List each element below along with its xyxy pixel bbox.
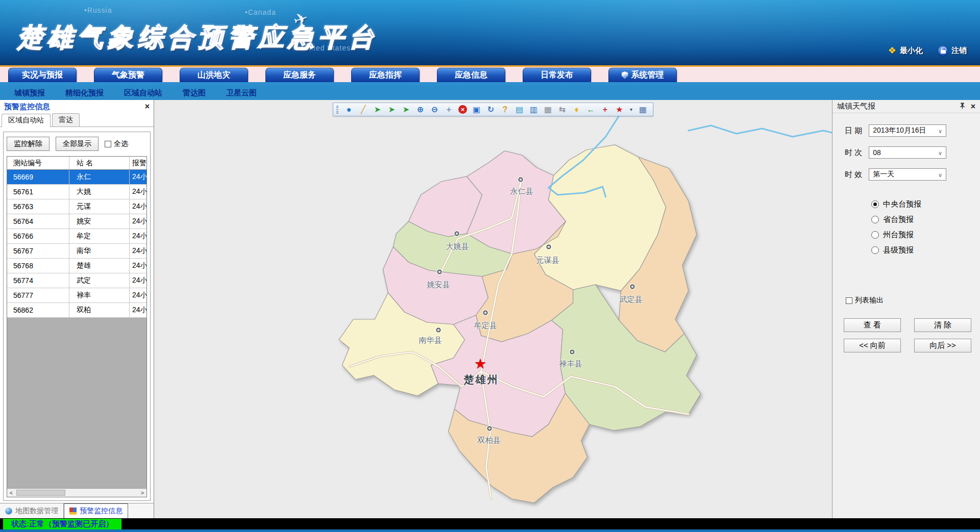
river bbox=[689, 125, 832, 137]
horizontal-scrollbar[interactable]: < > bbox=[7, 488, 146, 497]
station-marker[interactable] bbox=[570, 350, 575, 354]
永仁[interactable]: 56669 永仁 24小时 bbox=[7, 170, 146, 185]
南华[interactable]: 56767 南华 24小时 bbox=[7, 244, 146, 259]
station-marker[interactable] bbox=[487, 426, 492, 431]
radio-option[interactable]: 县级预报 bbox=[871, 245, 973, 255]
county-label: 禄丰县 bbox=[559, 359, 582, 369]
nav-tab-label: 日常发布 bbox=[541, 70, 573, 81]
zoom-out-icon[interactable]: ⊖ bbox=[430, 105, 439, 114]
show-all-button[interactable]: 全部显示 bbox=[56, 137, 99, 151]
previous-button[interactable]: << 向前 bbox=[844, 339, 901, 352]
subnav-item[interactable]: 卫星云图 bbox=[226, 88, 257, 98]
list-output-checkbox[interactable]: 列表输出 bbox=[846, 296, 973, 305]
subnav-item[interactable]: 城镇预报 bbox=[14, 88, 45, 98]
measure-icon[interactable]: ╱ bbox=[358, 105, 368, 114]
radio-option[interactable]: 省台预报 bbox=[871, 215, 973, 224]
nav-tab[interactable]: 应急指挥 bbox=[351, 68, 420, 82]
globe-icon[interactable]: ● bbox=[344, 105, 354, 114]
next-button[interactable]: 向后 >> bbox=[914, 339, 971, 352]
station-marker[interactable] bbox=[455, 232, 459, 236]
select-poly-icon[interactable]: ➤ bbox=[401, 105, 411, 114]
dropdown-select[interactable]: 2013年10月16日 bbox=[869, 124, 946, 137]
双柏[interactable]: 56862 双柏 24小时 bbox=[7, 303, 146, 318]
refresh-icon[interactable]: ↻ bbox=[486, 105, 496, 114]
select-all-checkbox[interactable]: 全选 bbox=[105, 139, 128, 148]
add-layer-icon[interactable]: + bbox=[600, 105, 610, 114]
station-marker[interactable] bbox=[436, 328, 441, 333]
unmonitor-button[interactable]: 监控解除 bbox=[7, 137, 50, 151]
table-header: 测站编号 站 名 报警 bbox=[7, 157, 146, 170]
app-title: 楚雄气象综合预警应急平台 bbox=[17, 20, 379, 55]
nav-tab[interactable]: 应急服务 bbox=[265, 68, 334, 82]
select-arrow-icon[interactable]: ➤ bbox=[387, 105, 397, 114]
map-view-icon[interactable]: ▥ bbox=[529, 105, 538, 114]
station-id-cell: 56763 bbox=[7, 199, 69, 214]
radio-icon bbox=[871, 246, 879, 254]
radio-option[interactable]: 州台预报 bbox=[871, 230, 973, 240]
station-marker[interactable] bbox=[547, 245, 551, 249]
dropdown-caret-icon[interactable]: ▾ bbox=[629, 105, 633, 114]
close-icon[interactable] bbox=[145, 103, 150, 111]
clear-button[interactable]: 清 除 bbox=[914, 318, 971, 332]
map-canvas[interactable]: 永仁县大姚县元谋县姚安县武定县牟定县南华县禄丰县楚雄州双柏县 ★ ●╱➤➤➤⊕⊖… bbox=[154, 100, 832, 518]
radio-label: 县级预报 bbox=[883, 245, 914, 255]
station-name-cell: 楚雄 bbox=[69, 259, 130, 273]
station-marker[interactable] bbox=[519, 178, 523, 182]
view-button[interactable]: 查 看 bbox=[844, 318, 901, 332]
pan-icon[interactable]: + bbox=[444, 105, 454, 114]
select-area-icon[interactable]: ➤ bbox=[373, 105, 382, 114]
dropdown-select[interactable]: 第一天 bbox=[869, 168, 946, 181]
nav-tab[interactable]: 实况与预报 bbox=[8, 68, 77, 82]
checkbox-icon bbox=[846, 297, 852, 304]
station-marker[interactable] bbox=[437, 270, 442, 274]
scrollbar-track[interactable] bbox=[15, 489, 138, 497]
zoom-in-icon[interactable]: ⊕ bbox=[415, 105, 425, 114]
toolbar-grip[interactable] bbox=[336, 106, 338, 114]
radio-option[interactable]: 中央台预报 bbox=[871, 199, 973, 209]
subnav-item[interactable]: 雷达图 bbox=[183, 88, 206, 98]
元谋[interactable]: 56763 元谋 24小时 bbox=[7, 199, 146, 214]
姚安[interactable]: 56764 姚安 24小时 bbox=[7, 214, 146, 229]
marker-icon[interactable]: ♦ bbox=[572, 105, 581, 114]
close-icon[interactable] bbox=[971, 103, 975, 111]
minimize-button[interactable]: 最小化 bbox=[888, 45, 923, 56]
nav-tab[interactable]: 气象预警 bbox=[94, 68, 162, 82]
left-panel-tab[interactable]: 雷达 bbox=[52, 113, 80, 126]
county-label: 元谋县 bbox=[536, 256, 559, 265]
page-setup-icon[interactable]: ⇆ bbox=[557, 105, 567, 114]
dock-tab[interactable]: 预警监控信息 bbox=[64, 503, 128, 518]
station-id-cell: 56862 bbox=[7, 303, 69, 317]
station-marker[interactable] bbox=[483, 311, 488, 315]
楚雄[interactable]: 56768 楚雄 24小时 bbox=[7, 259, 146, 273]
station-marker[interactable] bbox=[630, 285, 635, 289]
pin-icon[interactable] bbox=[960, 102, 965, 111]
minimize-label: 最小化 bbox=[900, 46, 923, 56]
武定[interactable]: 56774 武定 24小时 bbox=[7, 273, 146, 288]
nav-tab[interactable]: 系统管理 bbox=[608, 68, 677, 82]
flash-locate-icon[interactable]: ★ bbox=[615, 105, 624, 114]
left-panel-tab[interactable]: 区域自动站 bbox=[2, 114, 51, 127]
大姚[interactable]: 56761 大姚 24小时 bbox=[7, 185, 146, 199]
scrollbar-thumb[interactable] bbox=[16, 490, 65, 496]
print-icon[interactable]: ▦ bbox=[543, 105, 553, 114]
牟定[interactable]: 56766 牟定 24小时 bbox=[7, 229, 146, 244]
station-id-cell: 56767 bbox=[7, 244, 69, 258]
back-icon[interactable]: ← bbox=[586, 105, 596, 114]
nav-tab[interactable]: 日常发布 bbox=[523, 68, 591, 82]
identify-icon[interactable]: ? bbox=[500, 105, 510, 114]
full-extent-icon[interactable]: ▣ bbox=[472, 105, 481, 114]
image-export-icon[interactable]: ▤ bbox=[514, 105, 524, 114]
legend-icon[interactable]: ▦ bbox=[638, 105, 648, 114]
nav-tab[interactable]: 山洪地灾 bbox=[180, 68, 248, 82]
scroll-left-icon[interactable]: < bbox=[7, 490, 15, 496]
subnav-item[interactable]: 区域自动站 bbox=[124, 88, 162, 98]
禄丰[interactable]: 56777 禄丰 24小时 bbox=[7, 288, 146, 303]
scroll-right-icon[interactable]: > bbox=[138, 490, 146, 496]
stop-icon[interactable]: × bbox=[458, 105, 467, 114]
forecast-source-radios: 中央台预报 省台预报 州台预报 县级预报 bbox=[871, 199, 973, 255]
dropdown-select[interactable]: 08 bbox=[869, 146, 946, 159]
logout-button[interactable]: 注销 bbox=[938, 46, 967, 56]
dock-tab[interactable]: 地图数据管理 bbox=[0, 503, 64, 518]
subnav-item[interactable]: 精细化预报 bbox=[65, 88, 104, 98]
nav-tab[interactable]: 应急信息 bbox=[437, 68, 505, 82]
